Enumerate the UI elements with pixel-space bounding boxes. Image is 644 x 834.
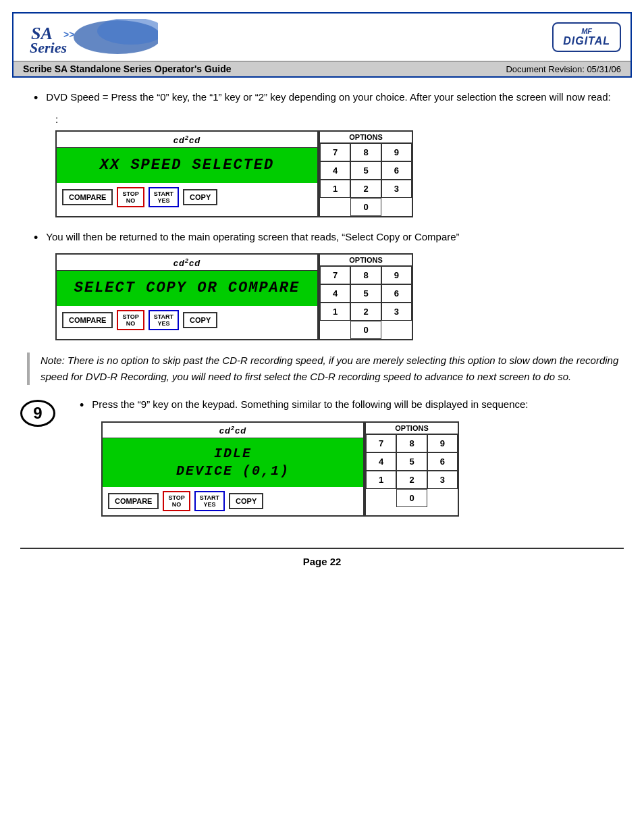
options2-key-7[interactable]: 7 <box>320 266 350 284</box>
panel3-copy-button[interactable]: COPY <box>229 493 263 509</box>
options-key-8[interactable]: 8 <box>350 143 381 161</box>
bullet-item-1: • DVD Speed = Press the “0” key, the “1”… <box>20 90 624 107</box>
panel2-stop-bottom: NO <box>122 320 138 327</box>
options-grid-2: 7 8 9 4 5 6 1 2 3 0 <box>320 266 412 339</box>
panel1-copy-button[interactable]: COPY <box>183 189 217 205</box>
mf-top-text: MF <box>581 27 592 35</box>
panel2-start-button[interactable]: START YES <box>149 310 179 330</box>
section-9-bullet-dot: • <box>80 397 84 414</box>
device-panel-wrapper-2: cd2cd SELECT COPY OR COMPARE COMPARE STO… <box>55 253 624 340</box>
options-key-0[interactable]: 0 <box>350 198 381 216</box>
panel3-stop-button[interactable]: STOP NO <box>163 491 190 511</box>
panel2-start-bottom: YES <box>154 320 173 327</box>
options3-key-5[interactable]: 5 <box>396 452 427 471</box>
options2-key-5[interactable]: 5 <box>350 284 381 303</box>
options3-key-3[interactable]: 3 <box>427 471 458 489</box>
panel2-start-top: START <box>154 313 173 320</box>
panel1-start-button[interactable]: START YES <box>149 187 179 207</box>
mf-bottom-text: DIGITAL <box>563 35 610 47</box>
panel1-screen: XX SPEED SELECTED <box>57 148 317 183</box>
footer-hr <box>20 548 624 549</box>
options2-key-8[interactable]: 8 <box>350 266 381 284</box>
options3-key-4[interactable]: 4 <box>366 452 396 471</box>
options2-key-4[interactable]: 4 <box>320 284 350 303</box>
section-9-text: Press the “9” key on the keypad. Somethi… <box>92 397 624 413</box>
options-header-2: OPTIONS <box>320 255 412 266</box>
options-key-9[interactable]: 9 <box>381 143 412 161</box>
cd2cd-logo-2: cd2cd <box>173 258 200 268</box>
panel3-start-button[interactable]: START YES <box>194 491 225 511</box>
options2-key-9[interactable]: 9 <box>381 266 412 284</box>
panel2-stop-button[interactable]: STOP NO <box>117 310 144 330</box>
panel2-header: cd2cd <box>57 255 317 270</box>
panel3-buttons: COMPARE STOP NO START YES COPY <box>103 487 363 515</box>
header-revision: Document Revision: 05/31/06 <box>506 64 621 74</box>
panel3-screen-line2: DEVICE (0,1) <box>176 463 290 480</box>
options3-key-9[interactable]: 9 <box>427 434 458 452</box>
cd2cd-logo-3: cd2cd <box>219 425 246 436</box>
bullet-dot-2: • <box>34 230 38 246</box>
panel2-compare-button[interactable]: COMPARE <box>62 312 113 328</box>
panel1-start-bottom: YES <box>154 197 173 204</box>
options-key-7[interactable]: 7 <box>320 143 350 161</box>
bullet-item-2: • You will then be returned to the main … <box>20 230 624 246</box>
panel3-screen-line1: IDLE <box>214 445 252 463</box>
device-panel-wrapper-1: cd2cd XX SPEED SELECTED COMPARE STOP NO … <box>55 130 624 217</box>
section-9-bullet: • Press the “9” key on the keypad. Somet… <box>66 397 624 414</box>
options-panel-3: OPTIONS 7 8 9 4 5 6 1 2 3 0 <box>365 421 459 517</box>
mf-digital-logo: MF DIGITAL <box>552 22 621 52</box>
section-9-content: • Press the “9” key on the keypad. Somet… <box>66 397 624 529</box>
options2-key-1[interactable]: 1 <box>320 303 350 321</box>
circle-9: 9 <box>20 400 55 427</box>
panel2-buttons: COMPARE STOP NO START YES COPY <box>57 306 317 334</box>
options2-key-3[interactable]: 3 <box>381 303 412 321</box>
options-key-5[interactable]: 5 <box>350 161 381 180</box>
header: SA >> Series MF DIGITAL Scribe SA Standa… <box>12 12 632 78</box>
options-key-6[interactable]: 6 <box>381 161 412 180</box>
options3-key-1[interactable]: 1 <box>366 471 396 489</box>
options3-key-0[interactable]: 0 <box>396 489 427 507</box>
panel3-start-bottom: YES <box>200 501 219 508</box>
options2-key-0[interactable]: 0 <box>350 321 381 339</box>
bullet-dot-1: • <box>34 90 38 107</box>
main-content: • DVD Speed = Press the “0” key, the “1”… <box>20 90 624 567</box>
cd2cd-logo-1: cd2cd <box>173 135 200 145</box>
options-key-4[interactable]: 4 <box>320 161 350 180</box>
bullet-section-1: • DVD Speed = Press the “0” key, the “1”… <box>20 90 624 217</box>
options3-key-6[interactable]: 6 <box>427 452 458 471</box>
section-9-number: 9 <box>33 404 42 423</box>
header-title: Scribe SA Standalone Series Operator's G… <box>23 63 232 74</box>
panel2-stop-top: STOP <box>122 313 138 320</box>
options-panel-2: OPTIONS 7 8 9 4 5 6 1 2 3 0 <box>319 253 413 340</box>
options-key-3[interactable]: 3 <box>381 180 412 198</box>
panel3-screen: IDLE DEVICE (0,1) <box>103 438 363 487</box>
device-panel-3: cd2cd IDLE DEVICE (0,1) COMPARE STOP NO <box>101 421 365 517</box>
options3-key-2[interactable]: 2 <box>396 471 427 489</box>
panel1-compare-button[interactable]: COMPARE <box>62 189 113 205</box>
panel3-start-top: START <box>200 494 219 501</box>
options-panel-1: OPTIONS 7 8 9 4 5 6 1 2 3 0 <box>319 130 413 217</box>
panel3-compare-button[interactable]: COMPARE <box>108 493 159 509</box>
panel1-stop-button[interactable]: STOP NO <box>117 187 144 207</box>
options2-key-2[interactable]: 2 <box>350 303 381 321</box>
panel2-copy-button[interactable]: COPY <box>183 312 217 328</box>
panel1-header: cd2cd <box>57 132 317 147</box>
panel1-buttons: COMPARE STOP NO START YES COPY <box>57 183 317 211</box>
options2-key-6[interactable]: 6 <box>381 284 412 303</box>
header-top: SA >> Series MF DIGITAL <box>14 14 630 61</box>
panel1-stop-bottom: NO <box>122 197 138 204</box>
bullet-text-2: You will then be returned to the main op… <box>46 230 624 245</box>
options-key-1[interactable]: 1 <box>320 180 350 198</box>
device-panel-2: cd2cd SELECT COPY OR COMPARE COMPARE STO… <box>55 253 319 340</box>
options-grid-1: 7 8 9 4 5 6 1 2 3 0 <box>320 143 412 216</box>
options-header-3: OPTIONS <box>366 423 458 434</box>
sa-series-logo: SA >> Series <box>23 19 158 55</box>
options3-key-8[interactable]: 8 <box>396 434 427 452</box>
panel1-start-top: START <box>154 190 173 197</box>
options3-key-7[interactable]: 7 <box>366 434 396 452</box>
options-key-2[interactable]: 2 <box>350 180 381 198</box>
options-header-1: OPTIONS <box>320 132 412 143</box>
panel3-header: cd2cd <box>103 423 363 438</box>
panel1-stop-top: STOP <box>122 190 138 197</box>
page-number: Page 22 <box>20 556 624 567</box>
